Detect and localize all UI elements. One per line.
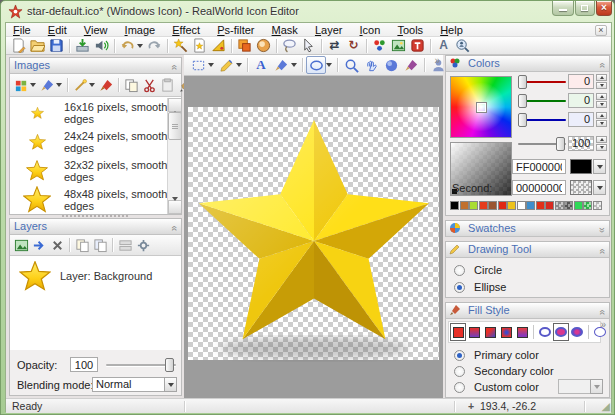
select-tool-caret[interactable] [208, 63, 214, 67]
second-color-dropdown[interactable] [593, 180, 606, 195]
spin-up-button[interactable] [596, 74, 607, 81]
minimize-button[interactable] [552, 1, 574, 16]
opacity-slider[interactable] [106, 357, 176, 373]
color-swatch[interactable] [517, 201, 526, 210]
edit-image-button[interactable] [38, 76, 56, 94]
red-value-box[interactable]: 0 [568, 74, 594, 89]
duplicate-layer-button[interactable] [73, 236, 91, 254]
color-swatch[interactable] [498, 201, 507, 210]
maximize-button[interactable] [575, 1, 595, 16]
ellipse-radial-style-button[interactable] [569, 323, 585, 341]
blue-slider-thumb[interactable] [518, 113, 527, 127]
fill-style-header[interactable]: Fill Style « [446, 303, 609, 319]
image-item-32[interactable]: 32x32 pixels, smooth edges [10, 156, 181, 185]
collapse-chevron-icon[interactable]: « [595, 248, 610, 254]
fill-bilinear-square-button[interactable] [514, 323, 530, 341]
pencil-tool-caret[interactable] [236, 63, 242, 67]
new-layer-button[interactable] [12, 236, 30, 254]
radio-custom-color[interactable]: Custom color [454, 381, 539, 393]
select-tool-button[interactable] [188, 56, 208, 74]
rotate-button[interactable]: ↻ [344, 37, 363, 54]
color-picker-square[interactable] [450, 76, 512, 138]
sphere-tool-button[interactable] [381, 56, 401, 74]
blue-slider[interactable] [518, 112, 566, 128]
circle-radio[interactable] [454, 265, 465, 276]
opacity-input[interactable] [70, 357, 98, 372]
convert-image-button[interactable] [71, 76, 89, 94]
merge-layers-button[interactable] [116, 236, 134, 254]
menu-layer[interactable]: Layer [308, 23, 350, 37]
paste-image-button[interactable] [158, 76, 176, 94]
collapse-chevron-icon[interactable]: « [167, 64, 182, 70]
delete-layer-button[interactable] [48, 236, 66, 254]
menu-icon[interactable]: Icon [353, 23, 388, 37]
delete-image-button[interactable] [97, 76, 115, 94]
text-tool-button[interactable]: A [251, 56, 271, 74]
close-button[interactable]: × [596, 1, 612, 16]
opacity-slider-thumb[interactable] [165, 358, 174, 372]
acquire-button[interactable] [73, 37, 92, 54]
image-item-48[interactable]: 48x48 pixels, smooth edges [10, 185, 181, 214]
spin-down-button[interactable] [596, 144, 607, 151]
create-image-button[interactable] [12, 76, 30, 94]
colors-panel-header[interactable]: Colors « [446, 56, 609, 72]
radio-circle[interactable]: Circle [454, 264, 502, 276]
ellipse-radio[interactable] [454, 282, 465, 293]
undo-button[interactable] [118, 37, 137, 54]
scrollbar-thumb[interactable] [168, 112, 181, 140]
red-spinner[interactable] [596, 74, 607, 89]
brush-tool-caret[interactable] [291, 63, 297, 67]
ellipse-solid-style-button[interactable] [553, 323, 569, 341]
color-swatch[interactable] [583, 201, 592, 210]
color-swatch[interactable] [555, 201, 564, 210]
shapes-button[interactable] [235, 37, 254, 54]
pan-tool-button[interactable] [361, 56, 381, 74]
blending-select[interactable]: Normal [92, 377, 165, 392]
text-tool-button[interactable]: A [434, 37, 453, 54]
menu-ps-filter[interactable]: Ps-filter [210, 23, 261, 37]
redo-button[interactable] [145, 37, 164, 54]
airbrush-tool-button[interactable] [401, 56, 421, 74]
primary-color-swatch[interactable] [570, 159, 592, 174]
menu-tools[interactable]: Tools [390, 23, 430, 37]
blue-spinner[interactable] [596, 112, 607, 127]
layer-properties-button[interactable] [134, 236, 152, 254]
red-slider-thumb[interactable] [518, 75, 527, 89]
radio-primary-color[interactable]: Primary color [454, 349, 539, 361]
gradient-button[interactable] [254, 37, 273, 54]
color-swatch[interactable] [545, 201, 554, 210]
brush-tool-button[interactable] [271, 56, 291, 74]
spin-up-button[interactable] [596, 112, 607, 119]
fill-diagonal-square-button[interactable] [482, 323, 498, 341]
green-slider[interactable] [518, 93, 566, 109]
custom-color-dropdown[interactable] [590, 379, 603, 394]
color-swatch[interactable] [460, 201, 469, 210]
color-swatch[interactable] [593, 201, 602, 210]
create-image-caret[interactable] [30, 83, 36, 87]
save-button[interactable] [47, 37, 66, 54]
image-item-24[interactable]: 24x24 pixels, smooth edges [10, 127, 181, 156]
spin-down-button[interactable] [596, 82, 607, 89]
new-button[interactable] [9, 37, 28, 54]
color-swatch[interactable] [479, 201, 488, 210]
pencil-tool-button[interactable] [216, 56, 236, 74]
menu-image[interactable]: Image [118, 23, 163, 37]
custom-color-select[interactable] [558, 379, 591, 394]
fill-strip-overflow-chevron[interactable]: » [600, 319, 606, 330]
ellipse-tool-button[interactable] [306, 56, 326, 74]
menu-view[interactable]: View [77, 23, 115, 37]
color-swatch[interactable] [564, 201, 573, 210]
wizard-button[interactable] [171, 37, 190, 54]
color-picker-cursor[interactable] [477, 103, 486, 112]
drawing-tool-header[interactable]: Drawing Tool « [446, 242, 609, 258]
float-selection-button[interactable] [30, 236, 48, 254]
ellipse-outline-style-button[interactable] [537, 323, 553, 341]
custom-color-radio[interactable] [454, 382, 465, 393]
color-swatch[interactable] [488, 201, 497, 210]
lasso-button[interactable] [280, 37, 299, 54]
layer-row-background[interactable]: Layer: Background [10, 257, 181, 295]
primary-color-radio[interactable] [454, 350, 465, 361]
menu-file[interactable]: File [6, 23, 38, 37]
color-swatch[interactable] [450, 201, 459, 210]
red-slider[interactable] [518, 74, 566, 90]
